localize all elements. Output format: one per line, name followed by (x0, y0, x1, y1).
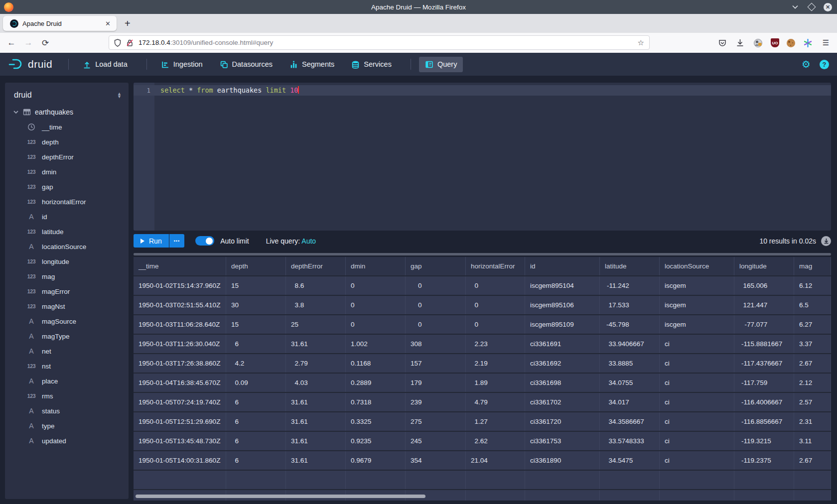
cell-depthError[interactable]: 31.61 (286, 451, 346, 470)
pocket-icon[interactable] (717, 38, 727, 48)
cell-dmin[interactable]: 0 (346, 296, 406, 314)
cell-dmin[interactable]: 0 (346, 276, 406, 295)
nav-item-load-data[interactable]: Load data (77, 57, 134, 72)
cell-longitude[interactable]: -119.2375 (734, 451, 794, 470)
cell-latitude[interactable]: 33.9406667 (600, 335, 660, 353)
cell-gap[interactable]: 0 (406, 276, 466, 295)
nav-item-segments[interactable]: Segments (283, 57, 340, 72)
run-button[interactable]: Run (134, 234, 169, 248)
cell-horizontalError[interactable]: 21.04 (466, 451, 525, 470)
cell-__time[interactable]: 1950-01-03T11:06:28.640Z (134, 315, 226, 334)
cell-id[interactable]: iscgem895104 (525, 276, 600, 295)
cell-longitude[interactable]: -115.8881667 (734, 335, 794, 353)
cell-horizontalError[interactable]: 0 (466, 315, 525, 334)
sidebar-column-mag[interactable]: 123mag (5, 269, 129, 284)
cell-id[interactable]: ci3361890 (525, 451, 600, 470)
cell-dmin[interactable]: 1.002 (346, 335, 406, 353)
cell-__time[interactable]: 1950-01-04T16:38:45.670Z (134, 374, 226, 392)
live-query-control[interactable]: Live query: Auto (266, 237, 316, 245)
cell-latitude[interactable]: 34.0755 (600, 374, 660, 392)
cell-mag[interactable]: 2.12 (794, 374, 831, 392)
cell-locationSource[interactable]: iscgem (660, 296, 734, 314)
cell-dmin[interactable]: 0.1168 (346, 354, 406, 373)
cell-depth[interactable]: 30 (226, 296, 286, 314)
cell-locationSource[interactable]: ci (660, 374, 734, 392)
sidebar-column-rms[interactable]: 123rms (5, 388, 129, 403)
chevron-down-icon[interactable] (13, 109, 19, 115)
query-text[interactable]: select * from earthquakes limit 10 (160, 85, 299, 96)
cell-depthError[interactable]: 2.79 (286, 354, 346, 373)
sidebar-column-magError[interactable]: 123magError (5, 284, 129, 299)
sidebar-column-gap[interactable]: 123gap (5, 179, 129, 194)
column-header-longitude[interactable]: longitude (734, 257, 794, 275)
sidebar-column-nst[interactable]: 123nst (5, 359, 129, 374)
cell-depth[interactable]: 4.2 (226, 354, 286, 373)
sidebar-column-magType[interactable]: AmagType (5, 329, 129, 344)
cell-depth[interactable]: 0.09 (226, 374, 286, 392)
column-header-gap[interactable]: gap (406, 257, 466, 275)
cell-gap[interactable]: 157 (406, 354, 466, 373)
cell-depth[interactable]: 6 (226, 432, 286, 450)
cell-horizontalError[interactable]: 0 (466, 296, 525, 314)
cell-dmin[interactable]: 0.7318 (346, 393, 406, 411)
cell-id[interactable]: iscgem895109 (525, 315, 600, 334)
auto-limit-toggle[interactable] (195, 236, 214, 246)
cell-dmin[interactable]: 0.9679 (346, 451, 406, 470)
cell-locationSource[interactable]: ci (660, 451, 734, 470)
sidebar-column-depth[interactable]: 123depth (5, 134, 129, 149)
sidebar-column-latitude[interactable]: 123latitude (5, 224, 129, 239)
cell-locationSource[interactable]: iscgem (660, 315, 734, 334)
sidebar-table-earthquakes[interactable]: earthquakes (5, 105, 129, 120)
cell-horizontalError[interactable]: 1.89 (466, 374, 525, 392)
cell-mag[interactable]: 2.31 (794, 412, 831, 431)
cell-longitude[interactable]: -117.759 (734, 374, 794, 392)
column-header-latitude[interactable]: latitude (600, 257, 660, 275)
cell-depthError[interactable]: 25 (286, 315, 346, 334)
window-close-button[interactable]: ✕ (824, 3, 832, 11)
cell-longitude[interactable]: -116.8856667 (734, 412, 794, 431)
cell-__time[interactable]: 1950-01-05T07:24:19.740Z (134, 393, 226, 411)
sidebar-column-updated[interactable]: Aupdated (5, 433, 129, 448)
account-extension-icon[interactable] (753, 38, 763, 48)
cell-locationSource[interactable]: iscgem (660, 276, 734, 295)
cell-depth[interactable]: 6 (226, 451, 286, 470)
cell-depthError[interactable]: 31.61 (286, 432, 346, 450)
cell-__time[interactable]: 1950-01-05T14:00:31.860Z (134, 451, 226, 470)
cell-gap[interactable]: 0 (406, 296, 466, 314)
cell-depthError[interactable]: 31.61 (286, 393, 346, 411)
cell-locationSource[interactable]: ci (660, 412, 734, 431)
schema-selector[interactable]: druid ▲▼ (5, 83, 129, 105)
nav-item-services[interactable]: Services (345, 57, 398, 72)
extension-asterisk-icon[interactable] (803, 38, 813, 48)
cell-locationSource[interactable]: ci (660, 393, 734, 411)
cell-gap[interactable]: 308 (406, 335, 466, 353)
cell-horizontalError[interactable]: 2.23 (466, 335, 525, 353)
cell-gap[interactable]: 245 (406, 432, 466, 450)
cell-latitude[interactable]: 33.8885 (600, 354, 660, 373)
url-bar[interactable]: 172.18.0.4:30109/unified-console.html#qu… (109, 35, 650, 50)
cell-locationSource[interactable]: ci (660, 432, 734, 450)
cell-id[interactable]: iscgem895106 (525, 296, 600, 314)
reload-icon[interactable]: ⟳ (37, 38, 54, 48)
cell-depth[interactable]: 6 (226, 393, 286, 411)
window-maximize-button[interactable] (807, 3, 816, 11)
cell-locationSource[interactable]: ci (660, 335, 734, 353)
cell-id[interactable]: ci3361698 (525, 374, 600, 392)
cell-depth[interactable]: 15 (226, 315, 286, 334)
druid-brand[interactable]: druid (8, 58, 52, 70)
cell-id[interactable]: ci3361702 (525, 393, 600, 411)
run-more-button[interactable]: ••• (169, 234, 184, 248)
column-header-dmin[interactable]: dmin (346, 257, 406, 275)
cell-mag[interactable]: 3.37 (794, 335, 831, 353)
cell-gap[interactable]: 275 (406, 412, 466, 431)
cell-depthError[interactable]: 8.6 (286, 276, 346, 295)
sidebar-column-magSource[interactable]: AmagSource (5, 314, 129, 329)
cell-horizontalError[interactable]: 0 (466, 276, 525, 295)
sidebar-column-id[interactable]: Aid (5, 209, 129, 224)
cell-id[interactable]: ci3361692 (525, 354, 600, 373)
cell-longitude[interactable]: -116.4006667 (734, 393, 794, 411)
cell-id[interactable]: ci3361753 (525, 432, 600, 450)
cell-gap[interactable]: 354 (406, 451, 466, 470)
cell-mag[interactable]: 6.27 (794, 315, 831, 334)
cell-latitude[interactable]: 34.017 (600, 393, 660, 411)
